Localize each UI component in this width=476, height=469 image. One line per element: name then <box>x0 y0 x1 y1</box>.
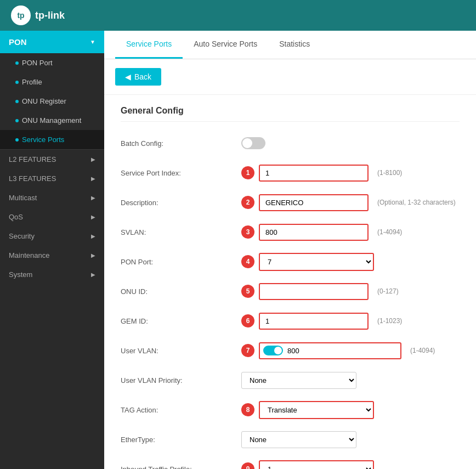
ethertype-select[interactable]: None <box>241 431 356 448</box>
user-vlan-priority-row: User VLAN Priority: None <box>121 370 460 391</box>
service-port-index-hint: (1-8100) <box>377 169 402 177</box>
inbound-traffic-profile-select[interactable]: 1 <box>259 460 374 470</box>
back-button[interactable]: ◀ Back <box>115 68 161 86</box>
user-vlan-priority-label: User VLAN Priority: <box>121 376 241 385</box>
sidebar-pon-header[interactable]: PON ▼ <box>0 31 104 53</box>
pon-port-label: PON Port: <box>121 258 241 266</box>
batch-config-label: Batch Config: <box>121 139 241 148</box>
sidebar-item-multicast[interactable]: Multicast ▶ <box>0 188 104 207</box>
inbound-traffic-profile-row: Inbound Traffic Profile: 9 1 <box>121 459 460 469</box>
user-vlan-label: User VLAN: <box>121 347 241 355</box>
dot-icon <box>15 138 19 142</box>
service-port-index-row: Service Port Index: 1 (1-8100) <box>121 162 460 183</box>
svlan-label: SVLAN: <box>121 228 241 236</box>
chevron-right-icon: ▶ <box>91 214 95 220</box>
user-vlan-control: 7 (1-4094) <box>241 342 460 359</box>
sidebar-item-label: Profile <box>22 78 42 86</box>
svlan-input[interactable] <box>259 224 369 241</box>
user-vlan-input[interactable] <box>285 344 362 357</box>
tab-auto-service-ports[interactable]: Auto Service Ports <box>183 31 268 59</box>
pon-port-control: 4 7 <box>241 253 460 271</box>
chevron-right-icon: ▶ <box>91 195 95 201</box>
pon-section: PON ▼ PON Port Profile ONU Register ONU … <box>0 31 104 150</box>
sidebar-item-profile[interactable]: Profile <box>0 72 104 92</box>
chevron-right-icon: ▶ <box>91 156 95 162</box>
sidebar-item-maintenance[interactable]: Maintenance ▶ <box>0 246 104 265</box>
onu-id-input[interactable] <box>259 283 369 300</box>
onu-id-control: 5 (0-127) <box>241 283 460 300</box>
form-title: General Config <box>121 106 460 122</box>
batch-config-toggle[interactable] <box>241 137 265 149</box>
sidebar-item-label: ONU Register <box>22 97 66 105</box>
chevron-down-icon: ▼ <box>90 39 95 45</box>
chevron-right-icon: ▶ <box>91 176 95 182</box>
chevron-right-icon: ▶ <box>91 252 95 258</box>
pon-port-row: PON Port: 4 7 <box>121 251 460 272</box>
badge-2: 2 <box>241 196 254 209</box>
badge-8: 8 <box>241 403 254 416</box>
tab-bar: Service Ports Auto Service Ports Statist… <box>104 31 476 59</box>
sidebar-item-l2-features[interactable]: L2 FEATURES ▶ <box>0 150 104 169</box>
sidebar-group-label: L3 FEATURES <box>9 174 56 183</box>
tag-action-control: 8 Translate <box>241 401 460 419</box>
description-input[interactable] <box>259 194 369 211</box>
service-port-index-input[interactable] <box>259 165 369 182</box>
badge-4: 4 <box>241 255 254 268</box>
tag-action-select[interactable]: Translate <box>259 401 374 419</box>
gem-id-hint: (1-1023) <box>377 317 402 325</box>
sidebar-item-onu-register[interactable]: ONU Register <box>0 92 104 111</box>
service-port-index-label: Service Port Index: <box>121 169 241 177</box>
pon-port-select[interactable]: 7 <box>259 253 374 271</box>
dot-icon <box>15 81 19 84</box>
sidebar-item-service-ports[interactable]: Service Ports <box>0 130 104 149</box>
sidebar-group-label: Security <box>9 232 35 240</box>
sidebar: PON ▼ PON Port Profile ONU Register ONU … <box>0 31 104 469</box>
onu-id-label: ONU ID: <box>121 287 241 296</box>
sidebar-item-l3-features[interactable]: L3 FEATURES ▶ <box>0 169 104 188</box>
tag-action-label: TAG Action: <box>121 406 241 414</box>
inbound-traffic-profile-label: Inbound Traffic Profile: <box>121 465 241 470</box>
user-vlan-row: User VLAN: 7 (1-4094) <box>121 340 460 361</box>
badge-1: 1 <box>241 166 254 179</box>
header: tp tp-link <box>0 0 476 31</box>
gem-id-label: GEM ID: <box>121 317 241 325</box>
user-vlan-priority-control: None <box>241 372 460 389</box>
chevron-right-icon: ▶ <box>91 233 95 239</box>
badge-3: 3 <box>241 225 254 239</box>
onu-id-row: ONU ID: 5 (0-127) <box>121 281 460 302</box>
badge-5: 5 <box>241 285 254 298</box>
dot-icon <box>15 119 19 122</box>
ethertype-control: None <box>241 431 460 448</box>
description-label: Description: <box>121 199 241 207</box>
ethertype-row: EtherType: None <box>121 429 460 450</box>
sidebar-item-security[interactable]: Security ▶ <box>0 227 104 246</box>
toggle-knob <box>242 138 252 148</box>
main-content: Service Ports Auto Service Ports Statist… <box>104 31 476 469</box>
gem-id-input[interactable] <box>259 313 369 330</box>
sidebar-item-label: Service Ports <box>22 135 64 144</box>
inbound-traffic-profile-control: 9 1 <box>241 460 460 470</box>
badge-6: 6 <box>241 314 254 327</box>
svlan-control: 3 (1-4094) <box>241 224 460 241</box>
user-vlan-priority-select[interactable]: None <box>241 372 356 389</box>
svlan-hint: (1-4094) <box>377 228 402 236</box>
logo-icon: tp <box>11 5 31 25</box>
logo-text: tp-link <box>35 10 65 21</box>
tab-statistics[interactable]: Statistics <box>268 31 321 59</box>
general-config-form: General Config Batch Config: Service Por… <box>104 95 476 469</box>
sidebar-item-pon-port[interactable]: PON Port <box>0 53 104 72</box>
dot-icon <box>15 100 19 103</box>
sidebar-item-qos[interactable]: QoS ▶ <box>0 207 104 227</box>
badge-9: 9 <box>241 462 254 469</box>
sidebar-item-onu-management[interactable]: ONU Management <box>0 111 104 130</box>
user-vlan-toggle[interactable] <box>263 346 283 355</box>
main-layout: PON ▼ PON Port Profile ONU Register ONU … <box>0 31 476 469</box>
back-area: ◀ Back <box>104 59 476 95</box>
tab-service-ports[interactable]: Service Ports <box>115 31 183 59</box>
user-vlan-hint: (1-4094) <box>410 347 435 354</box>
description-hint: (Optional, 1-32 characters) <box>377 199 456 206</box>
sidebar-item-system[interactable]: System ▶ <box>0 265 104 284</box>
chevron-right-icon: ▶ <box>91 272 95 278</box>
sidebar-group-label: QoS <box>9 213 23 221</box>
tag-action-row: TAG Action: 8 Translate <box>121 399 460 420</box>
